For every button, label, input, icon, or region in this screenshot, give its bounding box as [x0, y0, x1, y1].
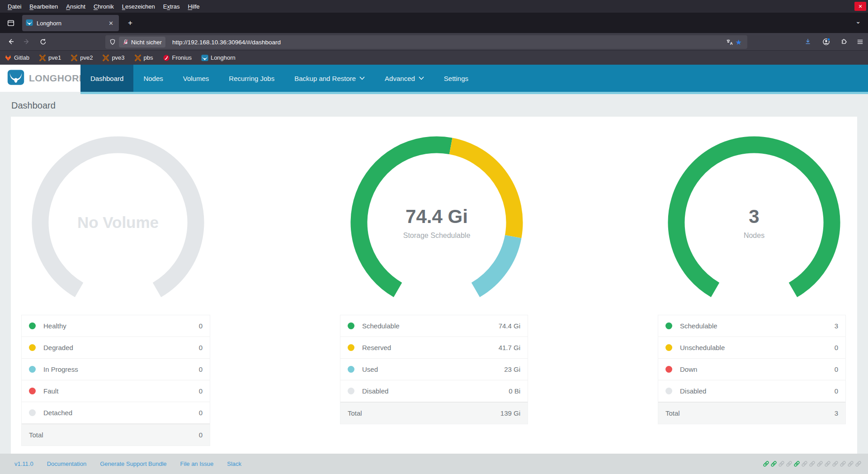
- legend-row-fault: Fault0: [22, 380, 210, 402]
- legend-label: Schedulable: [362, 322, 400, 330]
- status-dot: [29, 388, 36, 394]
- menu-item-datei[interactable]: Datei: [4, 3, 25, 10]
- longhorn-icon: [26, 19, 33, 26]
- page-title: Dashboard: [11, 94, 56, 117]
- legend-row-unschedulable: Unschedulable0: [658, 337, 845, 359]
- proxmox-icon: [39, 54, 46, 62]
- link-icon: [770, 460, 777, 467]
- status-dot: [348, 322, 354, 329]
- link-icon: [855, 460, 862, 467]
- shield-icon[interactable]: [109, 38, 116, 46]
- status-dot: [29, 322, 36, 329]
- bookmark-pve3[interactable]: pve3: [102, 54, 124, 62]
- legend-storage: Schedulable74.4 GiReserved41.7 GiUsed23 …: [340, 315, 528, 424]
- url-text[interactable]: http://192.168.10.36:30964/#/dashboard: [172, 39, 726, 46]
- nav-item-recurring-jobs[interactable]: Recurring Jobs: [219, 65, 284, 92]
- bookmark-pve1[interactable]: pve1: [39, 54, 61, 62]
- legend-label: Schedulable: [680, 322, 717, 330]
- bookmark-gitlab[interactable]: Gitlab: [5, 54, 29, 62]
- menu-item-lesezeichen[interactable]: Lesezeichen: [118, 3, 159, 10]
- firefox-view-icon: [7, 19, 15, 27]
- nav-item-volumes[interactable]: Volumes: [173, 65, 219, 92]
- window-close-button[interactable]: ✕: [854, 2, 866, 11]
- browser-tab[interactable]: Longhorn ✕: [22, 15, 119, 31]
- longhorn-logo[interactable]: LONGHORN: [0, 65, 80, 92]
- list-tabs-chevron-icon[interactable]: ⌄: [852, 16, 864, 27]
- gauge-center-value: No Volume: [46, 213, 190, 232]
- new-tab-button[interactable]: +: [124, 17, 137, 29]
- firefox-view-button[interactable]: [5, 17, 17, 29]
- account-button[interactable]: [820, 35, 832, 48]
- legend-value: 0: [199, 409, 203, 417]
- menu-item-chronik[interactable]: Chronik: [90, 3, 118, 10]
- nav-item-backup-and-restore[interactable]: Backup and Restore: [284, 65, 375, 92]
- legend-value: 0: [199, 387, 203, 395]
- tab-bar: Longhorn ✕ + ⌄: [0, 13, 868, 33]
- menu-item-ansicht[interactable]: Ansicht: [62, 3, 90, 10]
- gauge-center-sublabel: Nodes: [682, 232, 826, 240]
- legend-value: 41.7 Gi: [499, 344, 520, 351]
- status-dot: [665, 322, 672, 329]
- nav-item-settings[interactable]: Settings: [434, 65, 478, 92]
- legend-value: 74.4 Gi: [499, 322, 520, 330]
- footer-link-documentation[interactable]: Documentation: [47, 460, 86, 467]
- account-icon: [822, 38, 830, 46]
- bookmark-pve2[interactable]: pve2: [71, 54, 93, 62]
- brand-name: LONGHORN: [29, 73, 86, 84]
- status-dot: [665, 344, 672, 351]
- translate-icon[interactable]: A: [726, 38, 734, 46]
- bookmark-pbs[interactable]: pbs: [134, 54, 153, 62]
- nav-item-label: Settings: [444, 75, 468, 82]
- status-dot: [29, 409, 36, 416]
- footer-link-generate-support-bundle[interactable]: Generate Support Bundle: [100, 460, 166, 467]
- chevron-down-icon: [419, 76, 424, 80]
- download-icon: [804, 38, 812, 46]
- legend-label: Degraded: [43, 344, 73, 351]
- nav-item-advanced[interactable]: Advanced: [375, 65, 434, 92]
- fronius-icon: [163, 54, 170, 62]
- node-link-status-icons: [763, 460, 862, 467]
- security-chip[interactable]: Nicht sicher: [119, 37, 165, 47]
- legend-row-schedulable: Schedulable74.4 Gi: [340, 315, 528, 337]
- lock-slash-icon: [123, 39, 129, 45]
- url-bar[interactable]: Nicht sicher http://192.168.10.36:30964/…: [105, 35, 747, 49]
- legend-value: 0: [835, 365, 838, 373]
- extensions-button[interactable]: [837, 35, 850, 48]
- nav-item-label: Advanced: [385, 75, 415, 82]
- security-label: Nicht sicher: [131, 39, 162, 46]
- reload-button[interactable]: [37, 35, 49, 48]
- tab-close-icon[interactable]: ✕: [107, 19, 115, 28]
- bookmark-fronius[interactable]: Fronius: [163, 54, 192, 62]
- nav-items: DashboardNodesVolumesRecurring JobsBacku…: [80, 65, 868, 92]
- downloads-button[interactable]: [802, 35, 814, 48]
- forward-button[interactable]: [20, 35, 33, 48]
- gauge-nodes: 3Nodes: [659, 128, 849, 318]
- version-link[interactable]: v1.11.0: [14, 460, 33, 467]
- chevron-down-icon: [359, 76, 365, 80]
- app-menu-button[interactable]: [854, 35, 866, 48]
- legend-row-detached: Detached0: [22, 402, 210, 424]
- nav-item-nodes[interactable]: Nodes: [133, 65, 173, 92]
- status-dot: [348, 388, 354, 394]
- puzzle-icon: [840, 38, 848, 46]
- nav-item-dashboard[interactable]: Dashboard: [80, 65, 133, 92]
- menu-item-extras[interactable]: Extras: [159, 3, 184, 10]
- footer-link-slack[interactable]: Slack: [227, 460, 241, 467]
- footer-link-file-an-issue[interactable]: File an Issue: [180, 460, 214, 467]
- legend-row-down: Down0: [658, 359, 845, 380]
- bookmark-star-icon[interactable]: ★: [736, 38, 742, 47]
- back-button[interactable]: [5, 35, 17, 48]
- legend-value: 0: [835, 387, 838, 395]
- menu-item-bearbeiten[interactable]: Bearbeiten: [25, 3, 62, 10]
- reload-icon: [39, 38, 47, 46]
- status-dot: [348, 366, 354, 373]
- legend-value: 23 Gi: [504, 365, 520, 373]
- nav-item-label: Volumes: [183, 75, 209, 82]
- gauge-center-value: 74.4 Gi: [364, 206, 509, 228]
- gauge-volume-center: No Volume: [46, 213, 190, 232]
- bookmark-longhorn[interactable]: Longhorn: [201, 54, 236, 62]
- menu-item-hilfe[interactable]: Hilfe: [184, 3, 204, 10]
- legend-label: Disabled: [680, 387, 706, 395]
- nav-item-label: Recurring Jobs: [229, 75, 274, 82]
- gauge-nodes-center: 3Nodes: [682, 206, 826, 240]
